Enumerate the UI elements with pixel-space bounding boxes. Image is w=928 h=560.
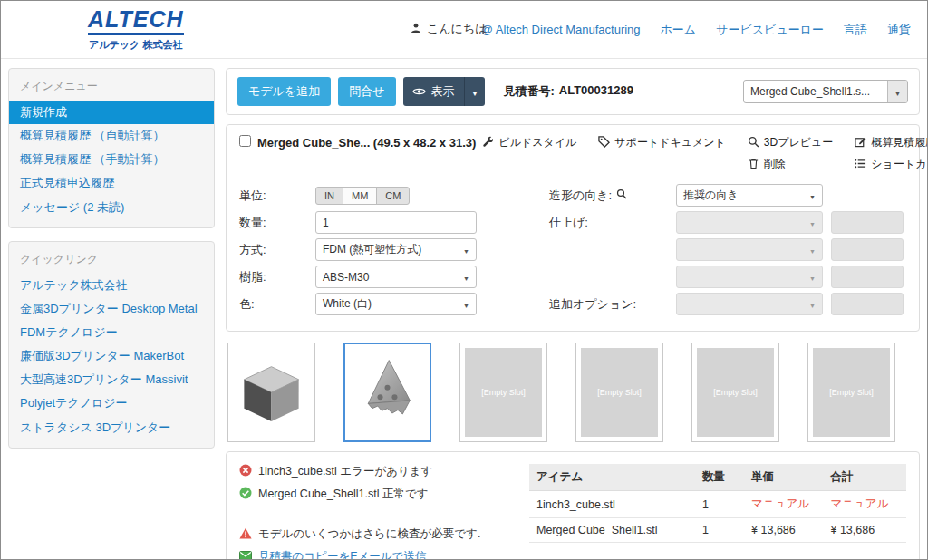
header-total: 合計 <box>823 464 906 491</box>
quicklink-polyjet[interactable]: Polyjetテクノロジー <box>9 391 214 415</box>
model-select[interactable]: Merged Cube_Shell1.s... <box>743 80 908 103</box>
thumbnail-empty-slot-2: [Empty Slot] <box>575 343 663 442</box>
email-quote-link[interactable]: 見積書のコピーをEメールで送信 <box>258 549 426 560</box>
greeting-text: こんにちは <box>427 21 488 37</box>
empty-slot-label: [Empty Slot] <box>813 348 890 437</box>
chevron-down-icon <box>809 189 816 202</box>
add-model-button[interactable]: モデルを追加 <box>237 77 331 106</box>
chevron-down-icon <box>809 271 816 284</box>
model-panel: Merged Cube_She... (49.5 x 48.2 x 31.3) … <box>226 124 920 332</box>
unit-cm-button[interactable]: CM <box>376 187 410 205</box>
finish-select-1 <box>676 211 823 234</box>
gear-model-image <box>349 348 426 437</box>
quicklink-desktop-metal[interactable]: 金属3Dプリンター Desktop Metal <box>9 297 214 321</box>
table-row: 1inch3_cube.stl 1 マニュアル マニュアル <box>529 491 906 518</box>
finish-value-box-1 <box>831 211 904 234</box>
quick-links-title: クイックリンク <box>9 248 214 274</box>
quote-number: 見積番号: ALT00031289 <box>503 83 633 100</box>
cell-unit-price-manual-link[interactable]: マニュアル <box>744 491 823 518</box>
method-label: 方式: <box>239 242 315 258</box>
thumbnail-empty-slot-4: [Empty Slot] <box>807 343 895 442</box>
list-icon <box>855 158 866 172</box>
logo-title: ALTECH <box>88 8 184 35</box>
cell-quantity: 1 <box>695 518 744 543</box>
extra-options-value-box <box>831 293 904 315</box>
eye-icon <box>412 85 426 99</box>
preview-3d-link[interactable]: 3Dプレビュー <box>748 135 833 150</box>
user-icon <box>411 23 421 36</box>
thumbnail-gear-model[interactable] <box>343 343 431 442</box>
nav-currency[interactable]: 通貨 <box>887 22 911 38</box>
table-header-row: アイテム 数量 単価 合計 <box>529 464 906 491</box>
chevron-down-icon <box>463 298 469 311</box>
quicklink-massivit[interactable]: 大型高速3Dプリンター Massivit <box>9 368 214 391</box>
material-label: 樹脂: <box>239 269 315 285</box>
chevron-down-icon <box>809 217 816 229</box>
thumbnail-empty-slot-1: [Empty Slot] <box>459 343 547 442</box>
header-unit-price: 単価 <box>744 464 823 491</box>
warning-icon <box>239 527 252 542</box>
error-icon <box>239 464 252 479</box>
chevron-down-icon <box>894 83 901 100</box>
cell-unit-price: ¥ 13,686 <box>744 518 823 543</box>
unit-in-button[interactable]: IN <box>315 187 343 205</box>
thumbnail-cube-model[interactable] <box>227 343 315 442</box>
unit-toggle: IN MM CM <box>315 187 410 205</box>
nav-language[interactable]: 言語 <box>844 22 867 38</box>
header-quantity: 数量 <box>695 464 744 491</box>
inquiry-button[interactable]: 問合せ <box>338 77 395 106</box>
quicklink-altech[interactable]: アルテック株式会社 <box>9 274 214 297</box>
quote-number-label: 見積番号: <box>503 83 554 100</box>
chevron-down-icon <box>463 271 469 284</box>
thumbnail-strip: [Empty Slot] [Empty Slot] [Empty Slot] [… <box>226 341 920 442</box>
cell-total-manual-link[interactable]: マニュアル <box>823 491 906 518</box>
quicklink-makerbot[interactable]: 廉価版3Dプリンター MakerBot <box>9 344 214 368</box>
summary-panel: 1inch3_cube.stl エラーがあります Merged Cube_She… <box>226 451 920 560</box>
orientation-label: 造形の向き: <box>549 188 676 204</box>
empty-slot-label: [Empty Slot] <box>465 348 542 437</box>
quantity-label: 数量: <box>239 215 315 231</box>
display-button-label: 表示 <box>431 83 455 100</box>
chevron-down-icon <box>463 244 469 256</box>
nav-home[interactable]: ホーム <box>661 22 697 38</box>
nav-altech-direct-manufacturing[interactable]: @ Altech Direct Manufacturing <box>481 23 641 36</box>
main-content: モデルを追加 問合せ 表示 見積番号: ALT00031289 <box>226 68 920 560</box>
form-column-left: 単位: IN MM CM 数量: 方式: <box>239 184 549 320</box>
sidebar-item-estimate-history-manual[interactable]: 概算見積履歴 （手動計算） <box>9 148 214 171</box>
shortcut-link[interactable]: ショートカット <box>855 157 928 172</box>
method-select[interactable]: FDM (熱可塑性方式) <box>315 238 477 261</box>
sidebar-item-formal-quote-history[interactable]: 正式見積申込履歴 <box>9 171 214 195</box>
email-quote-row: 見積書のコピーをEメールで送信 <box>239 549 508 560</box>
logo[interactable]: ALTECH アルテック 株式会社 <box>88 8 184 52</box>
trash-icon <box>748 158 759 172</box>
quicklink-stratasys[interactable]: ストラタシス 3Dプリンター <box>9 416 214 439</box>
estimate-history-link[interactable]: 概算見積履歴 <box>855 135 928 150</box>
cell-total: ¥ 13,686 <box>823 518 906 543</box>
unit-mm-button[interactable]: MM <box>343 187 377 205</box>
model-checkbox[interactable] <box>239 135 251 147</box>
header-item: アイテム <box>529 464 695 491</box>
support-documents-link[interactable]: サポートドキュメント <box>598 135 726 150</box>
sidebar-item-messages[interactable]: メッセージ (2 未読) <box>9 196 214 219</box>
display-button[interactable]: 表示 <box>403 77 486 106</box>
build-style-link[interactable]: ビルドスタイル <box>482 135 576 150</box>
delete-link[interactable]: 削除 <box>748 157 833 172</box>
extra-options-select <box>676 293 823 315</box>
finish-select-2 <box>676 238 823 261</box>
finish-label: 仕上げ: <box>549 215 676 231</box>
orientation-select[interactable]: 推奨の向き <box>676 184 823 207</box>
sidebar-item-estimate-history-auto[interactable]: 概算見積履歴 （自動計算） <box>9 124 214 148</box>
form-column-right: 造形の向き: 推奨の向き 仕上げ: <box>549 184 906 320</box>
status-error-message: 1inch3_cube.stl エラーがあります <box>239 464 508 479</box>
thumbnail-empty-slot-3: [Empty Slot] <box>691 343 779 442</box>
table-row: Merged Cube_Shell1.stl 1 ¥ 13,686 ¥ 13,6… <box>529 518 906 543</box>
status-warning-message: モデルのいくつかはさらに検査が必要です. <box>239 526 508 542</box>
material-select[interactable]: ABS-M30 <box>315 266 477 288</box>
quicklink-fdm[interactable]: FDMテクノロジー <box>9 321 214 344</box>
nav-service-bureau[interactable]: サービスビューロー <box>716 22 824 38</box>
quantity-input[interactable] <box>315 211 477 234</box>
magnifier-icon[interactable] <box>616 188 627 202</box>
color-select[interactable]: White (白) <box>315 293 477 315</box>
status-messages: 1inch3_cube.stl エラーがあります Merged Cube_She… <box>239 464 508 560</box>
sidebar-item-new-quote[interactable]: 新規作成 <box>9 101 214 124</box>
